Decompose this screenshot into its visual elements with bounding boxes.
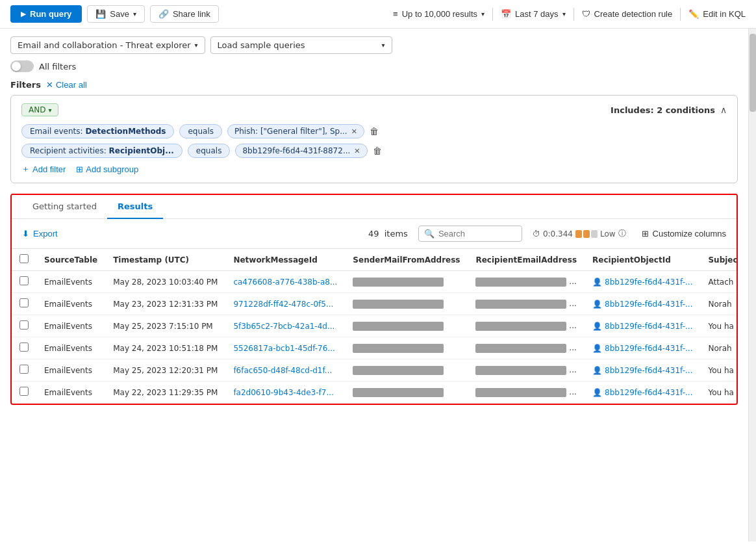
row-checkbox-2[interactable] <box>19 320 29 330</box>
scrollbar-track[interactable] <box>748 29 756 541</box>
delete-filter-2-button[interactable]: 🗑 <box>373 146 382 156</box>
add-filter-button[interactable]: ＋ Add filter <box>21 163 66 175</box>
row-checkbox-5[interactable] <box>19 387 29 396</box>
col-checkbox <box>12 249 36 271</box>
cell-timestamp-1: May 23, 2023 12:31:33 PM <box>105 293 225 315</box>
toolbar-right: ≡ Up to 10,000 results ▾ 📅 Last 7 days ▾… <box>393 8 746 21</box>
filter-operator-1[interactable]: equals <box>179 124 222 138</box>
time-range-button[interactable]: 📅 Last 7 days ▾ <box>501 9 566 19</box>
x-icon: ✕ <box>46 80 53 90</box>
cell-network-id-0[interactable]: ca476608-a776-438b-a8... <box>225 271 345 293</box>
cell-recipient-obj-5[interactable]: 👤 8bb129fe-f6d4-431f-... <box>585 382 700 404</box>
search-box: 🔍 <box>418 226 522 242</box>
cell-recipient-obj-0[interactable]: 👤 8bb129fe-f6d4-431f-... <box>585 271 700 293</box>
row-checkbox-3[interactable] <box>19 343 29 352</box>
cell-recipient-obj-2[interactable]: 👤 8bb129fe-f6d4-431f-... <box>585 315 700 337</box>
main-area: Email and collaboration - Threat explore… <box>0 29 756 541</box>
divider <box>680 8 681 21</box>
results-limit-button[interactable]: ≡ Up to 10,000 results ▾ <box>393 9 485 19</box>
and-badge[interactable]: AND ▾ <box>21 103 58 116</box>
col-subject[interactable]: Subject <box>700 249 738 271</box>
download-icon: ⬇ <box>22 229 29 239</box>
tab-getting-started[interactable]: Getting started <box>22 195 107 219</box>
col-recipient-email[interactable]: RecipientEmailAddress <box>468 249 585 271</box>
cell-recipient-email-0: ... <box>468 271 585 293</box>
filter-value-1[interactable]: Phish: ["General filter"], Sp... ✕ <box>227 124 364 138</box>
filters-header: Filters ✕ Clear all <box>10 80 738 90</box>
table-row: EmailEvents May 23, 2023 12:31:33 PM 971… <box>12 293 738 315</box>
save-icon: 💾 <box>95 9 106 19</box>
search-input[interactable] <box>438 229 503 239</box>
cell-network-id-5[interactable]: fa2d0610-9b43-4de3-f7... <box>225 382 345 404</box>
perf-block-1 <box>575 230 582 238</box>
add-filter-row: ＋ Add filter ⊞ Add subgroup <box>21 163 727 175</box>
table-row: EmailEvents May 22, 2023 11:29:35 PM fa2… <box>12 382 738 404</box>
delete-filter-1-button[interactable]: 🗑 <box>370 126 379 136</box>
col-sender[interactable]: SenderMailFromAddress <box>345 249 468 271</box>
select-all-checkbox[interactable] <box>19 254 29 263</box>
export-button[interactable]: ⬇ Export <box>22 229 58 239</box>
col-network-message-id[interactable]: NetworkMessageId <box>225 249 345 271</box>
cell-sender-5 <box>345 382 468 404</box>
row-checkbox-cell <box>12 293 36 315</box>
col-recipient-obj[interactable]: RecipientObjectId <box>585 249 700 271</box>
create-detection-rule-button[interactable]: 🛡 Create detection rule <box>582 9 673 19</box>
chevron-down-icon: ▾ <box>195 42 198 49</box>
filter-tag-2[interactable]: Recipient activities: RecipientObj... <box>21 144 183 158</box>
cell-sender-3 <box>345 337 468 359</box>
chevron-down-icon: ▾ <box>133 10 136 18</box>
cell-source-3: EmailEvents <box>36 337 105 359</box>
add-subgroup-button[interactable]: ⊞ Add subgroup <box>76 164 138 174</box>
cell-source-4: EmailEvents <box>36 359 105 382</box>
cell-recipient-obj-1[interactable]: 👤 8bb129fe-f6d4-431f-... <box>585 293 700 315</box>
user-icon: 👤 <box>592 278 602 287</box>
share-link-button[interactable]: 🔗 Share link <box>150 5 219 23</box>
collapse-button[interactable]: ∧ <box>720 105 727 115</box>
cell-subject-0: Attach <box>700 271 738 293</box>
all-filters-toggle[interactable] <box>10 60 34 72</box>
col-source-table[interactable]: SourceTable <box>36 249 105 271</box>
remove-filter-value-1[interactable]: ✕ <box>351 127 357 136</box>
save-button[interactable]: 💾 Save ▾ <box>87 5 145 23</box>
results-area: Getting started Results ⬇ Export 49 item… <box>10 194 738 405</box>
cell-subject-5: You ha <box>700 382 738 404</box>
plus-icon: ＋ <box>21 163 30 175</box>
results-table: SourceTable Timestamp (UTC) NetworkMessa… <box>12 249 738 404</box>
toolbar: ▶ Run query 💾 Save ▾ 🔗 Share link ≡ Up t… <box>0 0 756 29</box>
cell-network-id-4[interactable]: f6fac650-d48f-48cd-d1f... <box>225 359 345 382</box>
cell-recipient-obj-4[interactable]: 👤 8bb129fe-f6d4-431f-... <box>585 359 700 382</box>
filter-box-header: AND ▾ Includes: 2 conditions ∧ <box>21 103 727 116</box>
cell-network-id-2[interactable]: 5f3b65c2-7bcb-42a1-4d... <box>225 315 345 337</box>
row-checkbox-1[interactable] <box>19 298 29 307</box>
cell-subject-1: Norah <box>700 293 738 315</box>
columns-icon: ⊞ <box>642 229 649 239</box>
clock-icon: ⏱ <box>533 229 540 239</box>
scrollbar-thumb[interactable] <box>750 34 756 112</box>
edit-kql-button[interactable]: ✏️ Edit in KQL <box>688 9 746 19</box>
row-checkbox-cell <box>12 315 36 337</box>
cell-network-id-1[interactable]: 971228df-ff42-478c-0f5... <box>225 293 345 315</box>
performance-badge: ⏱ 0:0.344 Low ⓘ <box>533 228 626 239</box>
col-timestamp[interactable]: Timestamp (UTC) <box>105 249 225 271</box>
calendar-icon: 📅 <box>501 9 511 19</box>
customize-columns-button[interactable]: ⊞ Customize columns <box>642 229 726 239</box>
cell-timestamp-0: May 28, 2023 10:03:40 PM <box>105 271 225 293</box>
clear-all-button[interactable]: ✕ Clear all <box>46 80 87 90</box>
run-query-button[interactable]: ▶ Run query <box>10 5 82 23</box>
cell-subject-2: You ha <box>700 315 738 337</box>
remove-filter-value-2[interactable]: ✕ <box>354 147 360 155</box>
cell-recipient-email-5: ... <box>468 382 585 404</box>
cell-network-id-3[interactable]: 5526817a-bcb1-45df-76... <box>225 337 345 359</box>
row-checkbox-0[interactable] <box>19 276 29 285</box>
cell-recipient-obj-3[interactable]: 👤 8bb129fe-f6d4-431f-... <box>585 337 700 359</box>
datasource-dropdown[interactable]: Email and collaboration - Threat explore… <box>10 36 205 54</box>
row-checkbox-4[interactable] <box>19 365 29 374</box>
sample-queries-dropdown[interactable]: Load sample queries ▾ <box>210 36 392 54</box>
perf-blocks <box>575 230 598 238</box>
row-checkbox-cell <box>12 271 36 293</box>
user-icon: 👤 <box>592 300 602 309</box>
filter-tag-1[interactable]: Email events: DetectionMethods <box>21 124 174 138</box>
tab-results[interactable]: Results <box>107 195 163 219</box>
filter-operator-2[interactable]: equals <box>188 144 231 158</box>
filter-value-2[interactable]: 8bb129fe-f6d4-431f-8872... ✕ <box>235 144 367 158</box>
